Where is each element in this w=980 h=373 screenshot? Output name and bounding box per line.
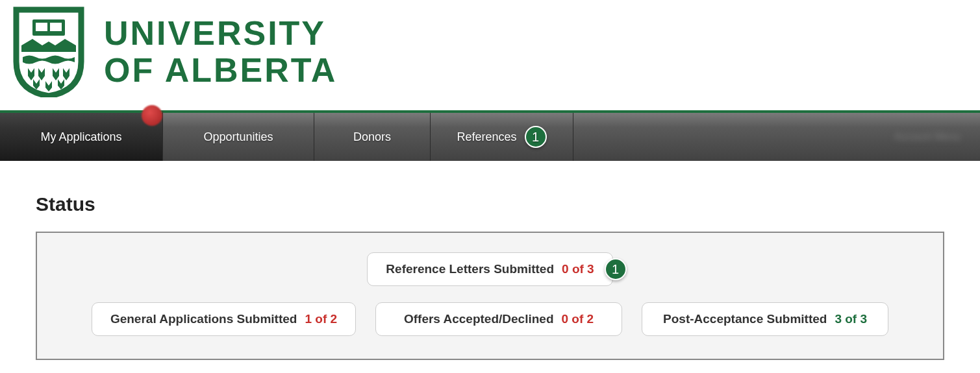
status-heading: Status xyxy=(36,193,944,215)
status-reference-letters[interactable]: Reference Letters Submitted 0 of 3 1 xyxy=(367,252,612,286)
main-nav: My Applications Opportunities Donors Ref… xyxy=(0,110,980,161)
account-menu[interactable]: Account Menu xyxy=(894,113,980,161)
svg-rect-1 xyxy=(36,23,47,31)
content: Status Reference Letters Submitted 0 of … xyxy=(0,161,980,373)
status-row-top: Reference Letters Submitted 0 of 3 1 xyxy=(50,252,930,286)
brand-line-2: OF ALBERTA xyxy=(104,53,337,88)
nav-opportunities[interactable]: Opportunities xyxy=(163,113,314,161)
status-callout-badge: 1 xyxy=(605,258,627,280)
status-value: 3 of 3 xyxy=(835,312,867,326)
references-count-badge: 1 xyxy=(525,126,547,148)
status-value: 1 of 2 xyxy=(305,312,337,326)
university-shield-logo xyxy=(10,6,88,97)
status-box: Reference Letters Submitted 0 of 3 1 Gen… xyxy=(36,232,944,360)
brand-line-1: UNIVERSITY xyxy=(104,16,337,51)
nav-label: References xyxy=(457,130,516,144)
status-label: Post-Acceptance Submitted xyxy=(663,312,827,326)
status-post-acceptance[interactable]: Post-Acceptance Submitted 3 of 3 xyxy=(642,302,888,336)
nav-references[interactable]: References 1 xyxy=(431,113,573,161)
nav-label: Donors xyxy=(353,130,391,144)
status-general-applications[interactable]: General Applications Submitted 1 of 2 xyxy=(92,302,356,336)
status-label: Offers Accepted/Declined xyxy=(404,312,554,326)
notification-dot-icon xyxy=(142,105,162,126)
status-value: 0 of 2 xyxy=(562,312,594,326)
status-label: Reference Letters Submitted xyxy=(386,262,554,276)
header: UNIVERSITY OF ALBERTA xyxy=(0,0,980,110)
status-offers[interactable]: Offers Accepted/Declined 0 of 2 xyxy=(375,302,622,336)
nav-label: Opportunities xyxy=(203,130,273,144)
nav-donors[interactable]: Donors xyxy=(314,113,431,161)
status-row-bottom: General Applications Submitted 1 of 2 Of… xyxy=(50,302,930,336)
svg-rect-2 xyxy=(50,23,62,31)
account-menu-label: Account Menu xyxy=(894,131,961,143)
nav-my-applications[interactable]: My Applications xyxy=(0,110,163,161)
nav-label: My Applications xyxy=(40,130,121,144)
status-value: 0 of 3 xyxy=(562,262,594,276)
status-label: General Applications Submitted xyxy=(110,312,297,326)
university-name: UNIVERSITY OF ALBERTA xyxy=(104,16,337,88)
